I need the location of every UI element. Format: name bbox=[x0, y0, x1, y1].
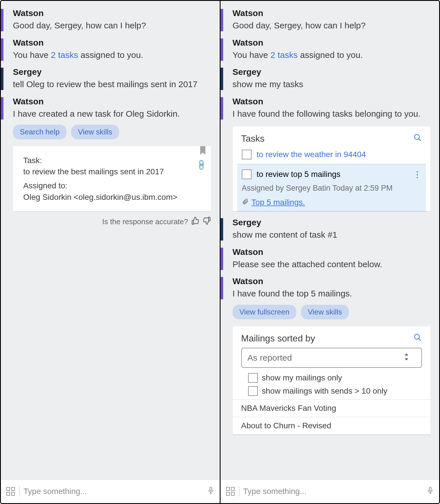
select-value: As reported bbox=[248, 353, 292, 363]
message: Watson You have 2 tasks assigned to you. bbox=[221, 38, 439, 61]
message-input[interactable]: Type something... bbox=[24, 487, 203, 496]
message: Sergey show me content of task #1 bbox=[221, 218, 439, 241]
checkbox[interactable] bbox=[242, 169, 252, 179]
chip-view-fullscreen[interactable]: View fullscreen bbox=[233, 305, 296, 319]
filter-row[interactable]: show my mailings only bbox=[233, 371, 431, 384]
text-part: You have bbox=[233, 50, 270, 60]
message: Sergey tell Oleg to review the best mail… bbox=[1, 67, 220, 90]
microphone-icon[interactable] bbox=[427, 485, 434, 498]
svg-rect-13 bbox=[429, 487, 431, 491]
message: Watson I have found the following tasks … bbox=[221, 97, 439, 212]
message: Sergey show me my tasks bbox=[221, 67, 439, 90]
text-part: You have bbox=[13, 50, 51, 60]
sender-name: Watson bbox=[233, 8, 439, 18]
input-bar: Type something... bbox=[1, 479, 220, 503]
sender-name: Watson bbox=[233, 276, 439, 286]
apps-icon[interactable] bbox=[226, 487, 235, 496]
mailing-item[interactable]: NBA Mavericks Fan Voting bbox=[233, 399, 431, 417]
svg-rect-9 bbox=[226, 487, 229, 491]
message: Watson Please see the attached content b… bbox=[221, 247, 439, 270]
checkbox[interactable] bbox=[248, 386, 258, 396]
filter-row[interactable]: show mailings with sends > 10 only bbox=[233, 384, 431, 398]
checkbox[interactable] bbox=[242, 150, 252, 159]
task-assigned: Assigned by Sergey Batin Today at 2:59 P… bbox=[237, 182, 426, 194]
tasks-link[interactable]: 2 tasks bbox=[270, 50, 298, 60]
checkbox[interactable] bbox=[248, 373, 258, 383]
thumbs-down-icon[interactable] bbox=[203, 216, 211, 227]
accent-bar bbox=[1, 68, 3, 90]
sender-name: Watson bbox=[233, 247, 439, 257]
svg-rect-1 bbox=[11, 487, 15, 491]
message: Watson I have found the top 5 mailings. … bbox=[221, 276, 439, 435]
assigned-text: Oleg Sidorkin <oleg.sidorkin@us.ibm.com> bbox=[23, 192, 201, 203]
chip-view-skills[interactable]: View skills bbox=[71, 125, 119, 139]
accent-bar bbox=[1, 38, 3, 61]
message-text: I have found the top 5 mailings. bbox=[233, 288, 439, 300]
accent-bar bbox=[221, 218, 223, 241]
message-text: You have 2 tasks assigned to you. bbox=[233, 49, 439, 61]
search-icon[interactable] bbox=[413, 133, 422, 144]
message-text: tell Oleg to review the best mailings se… bbox=[13, 79, 220, 90]
task-label: Task: bbox=[23, 155, 201, 166]
placeholder-text: Type something... bbox=[24, 487, 87, 496]
right-pane: Watson Good day, Sergey, how can I help?… bbox=[221, 1, 439, 503]
message: Watson Good day, Sergey, how can I help? bbox=[221, 8, 439, 32]
message-text: You have 2 tasks assigned to you. bbox=[13, 49, 220, 61]
caret-updown-icon bbox=[404, 353, 409, 362]
accent-bar bbox=[1, 9, 3, 31]
left-scroll[interactable]: Watson Good day, Sergey, how can I help?… bbox=[1, 1, 220, 479]
sort-select[interactable]: As reported bbox=[241, 348, 422, 368]
sender-name: Watson bbox=[13, 8, 220, 18]
message-input[interactable]: Type something... bbox=[243, 487, 423, 496]
svg-line-8 bbox=[419, 338, 421, 341]
svg-line-6 bbox=[419, 139, 421, 141]
thumbs-up-icon[interactable] bbox=[191, 216, 200, 227]
message-text: Good day, Sergey, how can I help? bbox=[233, 20, 439, 32]
svg-rect-2 bbox=[7, 492, 10, 495]
task-link[interactable]: to review top 5 mailings bbox=[257, 170, 341, 179]
accent-bar bbox=[221, 248, 223, 270]
task-row[interactable]: to review the weather in 94404 bbox=[237, 146, 426, 163]
svg-point-7 bbox=[414, 334, 420, 339]
accent-bar bbox=[221, 38, 223, 61]
message: Watson You have 2 tasks assigned to you. bbox=[1, 38, 220, 61]
divider bbox=[19, 486, 20, 497]
task-attachment-link[interactable]: Top 5 mailings. bbox=[252, 198, 305, 207]
bookmark-icon[interactable] bbox=[200, 146, 206, 157]
accent-bar bbox=[221, 9, 223, 31]
tasks-link[interactable]: 2 tasks bbox=[51, 50, 78, 60]
svg-rect-0 bbox=[7, 487, 10, 491]
task-detail-panel: to review top 5 mailings ⋮ Assigned by S… bbox=[237, 164, 426, 211]
feedback-prompt: Is the response accurate? bbox=[102, 217, 188, 226]
search-icon[interactable] bbox=[413, 333, 422, 344]
left-pane: Watson Good day, Sergey, how can I help?… bbox=[1, 1, 221, 503]
sender-name: Watson bbox=[13, 97, 220, 106]
paperclip-icon bbox=[242, 198, 249, 207]
svg-rect-3 bbox=[11, 492, 15, 495]
suggestion-chips: Search help View skills bbox=[13, 125, 220, 139]
kebab-icon[interactable]: ⋮ bbox=[413, 170, 421, 179]
message-text: Good day, Sergey, how can I help? bbox=[13, 20, 220, 32]
accent-bar bbox=[221, 68, 223, 90]
message-text: show me my tasks bbox=[233, 79, 439, 90]
text-part: assigned to you. bbox=[298, 50, 363, 60]
svg-point-5 bbox=[414, 134, 420, 140]
accent-bar bbox=[221, 97, 223, 120]
mailing-item[interactable]: About to Churn - Revised bbox=[233, 417, 431, 435]
accent-bar bbox=[221, 277, 223, 299]
mailings-card: Mailings sorted by As reported bbox=[233, 326, 431, 435]
card-title: Mailings sorted by bbox=[241, 333, 315, 344]
chip-view-skills[interactable]: View skills bbox=[301, 305, 349, 319]
task-link[interactable]: to review the weather in 94404 bbox=[257, 150, 366, 159]
microphone-icon[interactable] bbox=[207, 485, 215, 498]
svg-rect-10 bbox=[231, 487, 234, 491]
apps-icon[interactable] bbox=[6, 487, 15, 496]
app-container: Watson Good day, Sergey, how can I help?… bbox=[0, 0, 440, 504]
message: Watson Good day, Sergey, how can I help? bbox=[1, 8, 220, 32]
message-text: I have created a new task for Oleg Sidor… bbox=[13, 108, 220, 120]
sender-name: Watson bbox=[233, 97, 439, 106]
placeholder-text: Type something... bbox=[243, 487, 307, 496]
chip-search-help[interactable]: Search help bbox=[13, 125, 67, 139]
sender-name: Watson bbox=[13, 38, 220, 48]
right-scroll[interactable]: Watson Good day, Sergey, how can I help?… bbox=[221, 1, 439, 479]
